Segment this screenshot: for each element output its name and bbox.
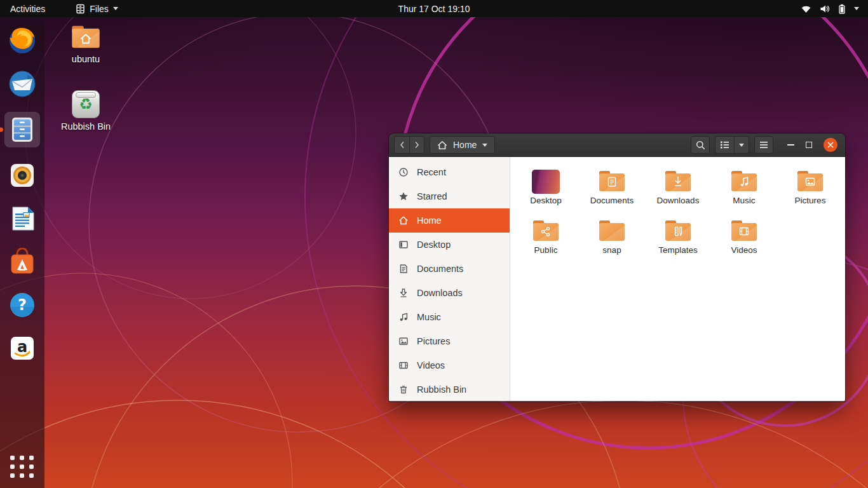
star-icon: [398, 191, 409, 201]
sidebar: Recent Starred Home Deskt: [389, 157, 510, 401]
dock-item-thunderbird[interactable]: [4, 69, 40, 99]
thunderbird-icon: [8, 70, 36, 98]
sidebar-item-desktop[interactable]: Desktop: [389, 233, 510, 257]
activities-button[interactable]: Activities: [0, 0, 55, 17]
dock-item-amazon[interactable]: a: [4, 333, 40, 363]
dock-item-rhythmbox[interactable]: [4, 160, 40, 191]
sidebar-item-home[interactable]: Home: [389, 208, 510, 233]
folder-icon: [729, 218, 759, 243]
dock-item-firefox[interactable]: [4, 25, 40, 56]
sidebar-item-downloads[interactable]: Downloads: [389, 281, 510, 305]
clock[interactable]: Thur 17 Oct 19:10: [0, 4, 868, 14]
desktop-icon-ubuntu[interactable]: ubuntu: [58, 23, 113, 64]
dock-item-help[interactable]: ?: [4, 290, 40, 320]
sidebar-label: Desktop: [417, 240, 451, 250]
home-icon: [437, 140, 447, 150]
file-label: Documents: [590, 196, 634, 205]
dock-item-ubuntu-software[interactable]: [4, 247, 40, 277]
app-grid-icon: [20, 456, 24, 460]
activities-label: Activities: [10, 4, 45, 14]
file-item-videos[interactable]: Videos: [711, 214, 777, 264]
svg-text:?: ?: [18, 296, 27, 314]
app-grid-icon: [29, 473, 34, 478]
search-icon: [696, 140, 705, 150]
file-item-desktop[interactable]: Desktop: [513, 165, 579, 214]
file-item-public[interactable]: Public: [513, 214, 579, 264]
app-grid-icon: [29, 456, 34, 460]
music-note-icon: [398, 312, 409, 322]
software-bag-icon: [8, 248, 36, 276]
folder-icon: [663, 218, 693, 243]
file-label: Downloads: [657, 196, 700, 205]
maximize-button[interactable]: [806, 142, 812, 148]
file-label: Pictures: [795, 196, 826, 205]
top-bar: Activities Files Thur 17 Oct 19:10: [0, 0, 868, 17]
desktop-icon: [398, 240, 409, 250]
path-label: Home: [453, 140, 477, 150]
forward-button[interactable]: [409, 136, 424, 154]
pictures-icon: [398, 336, 409, 346]
documents-icon: [398, 264, 409, 274]
hamburger-menu-icon: [759, 141, 768, 149]
sidebar-item-music[interactable]: Music: [389, 305, 510, 329]
file-label: Desktop: [530, 196, 562, 205]
dock-item-libreoffice-writer[interactable]: [4, 203, 40, 234]
sidebar-item-rubbish-bin[interactable]: Rubbish Bin: [389, 377, 510, 401]
dock: ? a: [0, 17, 44, 488]
system-status-area[interactable]: [801, 4, 868, 14]
close-button[interactable]: [824, 138, 837, 152]
folder-icon: [663, 168, 693, 194]
file-item-templates[interactable]: Templates: [645, 214, 711, 264]
sidebar-item-pictures[interactable]: Pictures: [389, 329, 510, 353]
sidebar-item-starred[interactable]: Starred: [389, 184, 510, 208]
sidebar-label: Videos: [417, 360, 445, 370]
file-item-music[interactable]: Music: [711, 165, 777, 214]
list-view-button[interactable]: [715, 136, 734, 154]
menu-button[interactable]: [754, 136, 773, 154]
recent-clock-icon: [398, 167, 409, 177]
sidebar-item-documents[interactable]: Documents: [389, 257, 510, 281]
headerbar[interactable]: Home: [389, 133, 845, 157]
path-button-home[interactable]: Home: [430, 136, 495, 154]
recycle-symbol-icon: ♻: [79, 97, 93, 112]
file-item-documents[interactable]: Documents: [579, 165, 645, 214]
caret-down-icon: [739, 144, 744, 147]
dock-item-files[interactable]: [4, 112, 40, 147]
files-window: Home: [389, 133, 845, 402]
writer-document-icon: [8, 205, 36, 233]
sidebar-item-recent[interactable]: Recent: [389, 160, 510, 184]
app-grid-icon: [10, 456, 15, 460]
minimize-button[interactable]: [787, 144, 794, 146]
show-applications-button[interactable]: [10, 456, 34, 478]
file-label: Templates: [658, 245, 698, 255]
close-icon: [827, 142, 834, 148]
folder-icon: [795, 168, 825, 194]
folder-icon: [531, 218, 561, 243]
wifi-icon: [801, 4, 811, 13]
home-icon: [398, 215, 409, 226]
file-item-pictures[interactable]: Pictures: [777, 165, 843, 214]
list-view-icon: [720, 140, 729, 149]
file-cabinet-icon: [76, 4, 85, 14]
svg-text:a: a: [17, 338, 27, 356]
view-options-button[interactable]: [734, 136, 749, 154]
back-button[interactable]: [394, 136, 409, 154]
folder-icon: [597, 218, 627, 243]
rubbish-bin-icon: ♻: [72, 90, 100, 118]
firefox-icon: [8, 27, 36, 55]
sidebar-label: Starred: [417, 191, 447, 201]
maximize-icon: [806, 142, 812, 148]
folder-icon: [729, 168, 759, 194]
file-label: Music: [733, 196, 755, 205]
file-label: snap: [602, 245, 621, 255]
chevron-left-icon: [400, 141, 405, 149]
chevron-right-icon: [414, 141, 419, 149]
sidebar-item-videos[interactable]: Videos: [389, 353, 510, 377]
search-button[interactable]: [691, 136, 710, 154]
videos-icon: [398, 360, 409, 370]
desktop-icon-rubbish-bin[interactable]: ♻ Rubbish Bin: [58, 90, 113, 132]
file-item-snap[interactable]: snap: [579, 214, 645, 264]
rubbish-bin-icon: [398, 384, 409, 395]
file-item-downloads[interactable]: Downloads: [645, 165, 711, 214]
app-menu-files[interactable]: Files: [69, 0, 125, 17]
